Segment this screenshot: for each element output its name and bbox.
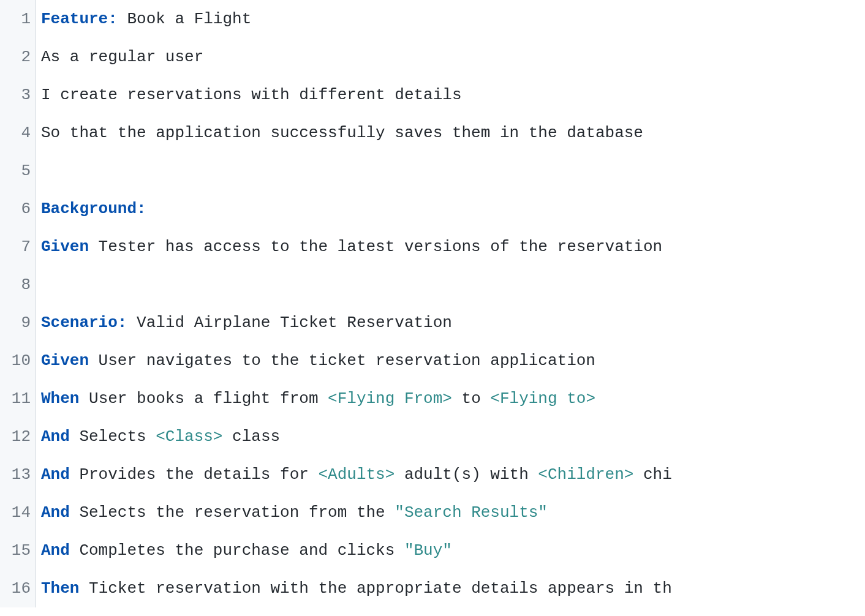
- code-token-keyword: And: [41, 503, 70, 522]
- line-number: 3: [4, 76, 31, 114]
- line-number: 12: [4, 418, 31, 456]
- line-number: 7: [4, 228, 31, 266]
- code-token-keyword: When: [41, 389, 79, 408]
- code-token-plain: chi: [633, 465, 671, 484]
- code-token-plain: Completes the purchase and clicks: [70, 541, 404, 560]
- line-number: 8: [4, 266, 31, 304]
- code-token-plain: User navigates to the ticket reservation…: [89, 351, 595, 370]
- code-line: Given User navigates to the ticket reser…: [36, 342, 865, 380]
- code-token-plain: Valid Airplane Ticket Reservation: [127, 314, 452, 332]
- code-line: And Provides the details for <Adults> ad…: [36, 456, 865, 494]
- code-token-keyword: Scenario:: [41, 314, 127, 332]
- code-line: And Completes the purchase and clicks "B…: [36, 531, 865, 569]
- code-token-plain: Selects the reservation from the: [70, 503, 395, 522]
- code-token-param: <Flying to>: [490, 389, 595, 408]
- line-number: 11: [4, 380, 31, 418]
- code-token-keyword: And: [41, 541, 70, 560]
- code-token-param: <Class>: [156, 427, 222, 446]
- code-line: Background:: [36, 190, 865, 228]
- code-token-string: "Search Results": [395, 503, 548, 522]
- line-number: 2: [4, 38, 31, 76]
- code-line: And Selects <Class> class: [36, 418, 865, 456]
- code-token-plain: to: [452, 389, 490, 408]
- code-container: 12345678910111213141516 Feature: Book a …: [0, 0, 865, 607]
- code-token-plain: Ticket reservation with the appropriate …: [79, 579, 671, 598]
- code-line: Then Ticket reservation with the appropr…: [36, 569, 865, 607]
- line-number: 4: [4, 114, 31, 152]
- code-line: Given Tester has access to the latest ve…: [36, 228, 865, 266]
- code-line: When User books a flight from <Flying Fr…: [36, 380, 865, 418]
- code-line: Feature: Book a Flight: [36, 0, 865, 38]
- code-token-keyword: Given: [41, 238, 89, 256]
- code-token-keyword: And: [41, 427, 70, 446]
- code-token-keyword: And: [41, 465, 70, 484]
- line-number-gutter: 12345678910111213141516: [0, 0, 36, 607]
- code-token-plain: adult(s) with: [395, 465, 538, 484]
- code-token-param: <Flying From>: [328, 389, 452, 408]
- line-number: 16: [4, 569, 31, 607]
- code-token-param: <Adults>: [318, 465, 395, 484]
- code-line: I create reservations with different det…: [36, 76, 865, 114]
- code-token-plain: Book a Flight: [118, 10, 251, 28]
- code-line: [36, 152, 865, 190]
- code-line: And Selects the reservation from the "Se…: [36, 494, 865, 531]
- code-token-plain: As a regular user: [41, 48, 203, 66]
- code-line: So that the application successfully sav…: [36, 114, 865, 152]
- line-number: 9: [4, 304, 31, 342]
- code-token-plain: User books a flight from: [79, 389, 328, 408]
- code-line: Scenario: Valid Airplane Ticket Reservat…: [36, 304, 865, 342]
- code-token-plain: Tester has access to the latest versions…: [89, 238, 662, 256]
- code-line: [36, 266, 865, 304]
- line-number: 13: [4, 456, 31, 494]
- code-content: Feature: Book a FlightAs a regular userI…: [36, 0, 865, 607]
- code-token-plain: Selects: [70, 427, 156, 446]
- code-token-keyword: Given: [41, 351, 89, 370]
- code-token-string: "Buy": [404, 541, 452, 560]
- code-token-keyword: Background:: [41, 200, 146, 218]
- line-number: 10: [4, 342, 31, 380]
- code-token-plain: Provides the details for: [70, 465, 319, 484]
- line-number: 5: [4, 152, 31, 190]
- code-line: As a regular user: [36, 38, 865, 76]
- code-token-keyword: Feature:: [41, 10, 118, 28]
- line-number: 14: [4, 494, 31, 531]
- code-token-plain: I create reservations with different det…: [41, 86, 462, 104]
- code-token-plain: So that the application successfully sav…: [41, 124, 643, 142]
- code-token-param: <Children>: [538, 465, 633, 484]
- line-number: 15: [4, 531, 31, 569]
- code-token-keyword: Then: [41, 579, 79, 598]
- line-number: 1: [4, 0, 31, 38]
- code-token-plain: class: [222, 427, 280, 446]
- line-number: 6: [4, 190, 31, 228]
